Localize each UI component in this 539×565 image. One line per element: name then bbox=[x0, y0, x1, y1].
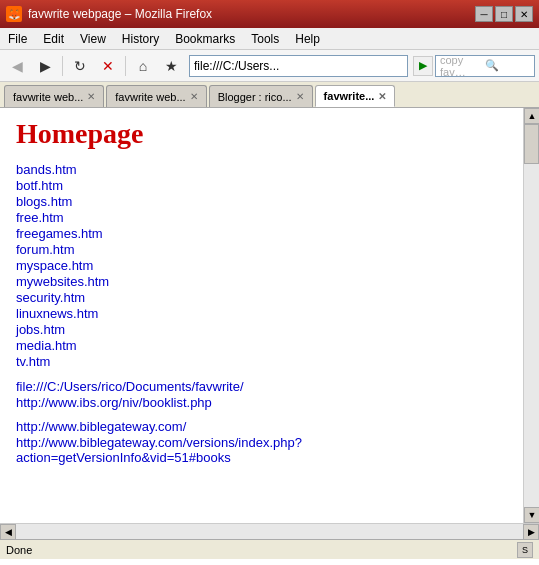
back-button[interactable]: ◀ bbox=[4, 53, 30, 79]
menu-tools[interactable]: Tools bbox=[243, 28, 287, 49]
tab-bar: favwrite web... ✕ favwrite web... ✕ Blog… bbox=[0, 82, 539, 108]
toolbar: ◀ ▶ ↻ ✕ ⌂ ★ file:///C:/Users... ▶ copy f… bbox=[0, 50, 539, 82]
scroll-right-button[interactable]: ▶ bbox=[523, 524, 539, 540]
menu-help[interactable]: Help bbox=[287, 28, 328, 49]
close-button[interactable]: ✕ bbox=[515, 6, 533, 22]
list-item: bands.htm bbox=[16, 162, 507, 177]
tab-label-1: favwrite web... bbox=[115, 91, 185, 103]
scroll-down-button[interactable]: ▼ bbox=[524, 507, 539, 523]
list-item: media.htm bbox=[16, 338, 507, 353]
scroll-track[interactable] bbox=[524, 124, 539, 507]
tab-close-2[interactable]: ✕ bbox=[296, 91, 304, 102]
forward-button[interactable]: ▶ bbox=[32, 53, 58, 79]
maximize-button[interactable]: □ bbox=[495, 6, 513, 22]
separator-2 bbox=[125, 56, 126, 76]
search-icon: 🔍 bbox=[485, 59, 530, 72]
list-item: freegames.htm bbox=[16, 226, 507, 241]
stop-button[interactable]: ✕ bbox=[95, 53, 121, 79]
list-item: linuxnews.htm bbox=[16, 306, 507, 321]
scroll-up-button[interactable]: ▲ bbox=[524, 108, 539, 124]
url-link[interactable]: http://www.biblegateway.com/versions/ind… bbox=[16, 435, 507, 465]
address-bar[interactable]: file:///C:/Users... bbox=[189, 55, 408, 77]
minimize-button[interactable]: ─ bbox=[475, 6, 493, 22]
tab-2[interactable]: Blogger : rico... ✕ bbox=[209, 85, 313, 107]
menu-file[interactable]: File bbox=[0, 28, 35, 49]
tab-label-2: Blogger : rico... bbox=[218, 91, 292, 103]
list-item: blogs.htm bbox=[16, 194, 507, 209]
links-list: bands.htmbotf.htmblogs.htmfree.htmfreega… bbox=[16, 162, 507, 369]
horizontal-scrollbar[interactable]: ◀ ▶ bbox=[0, 523, 539, 539]
page-link[interactable]: bands.htm bbox=[16, 162, 77, 177]
browser-area: Homepage bands.htmbotf.htmblogs.htmfree.… bbox=[0, 108, 539, 523]
page-link[interactable]: tv.htm bbox=[16, 354, 50, 369]
search-bar[interactable]: copy fav… 🔍 bbox=[435, 55, 535, 77]
scroll-thumb[interactable] bbox=[524, 124, 539, 164]
menu-bookmarks[interactable]: Bookmarks bbox=[167, 28, 243, 49]
list-item: security.htm bbox=[16, 290, 507, 305]
tab-label-3: favwrite... bbox=[324, 90, 375, 102]
window-controls: ─ □ ✕ bbox=[475, 6, 533, 22]
list-item: botf.htm bbox=[16, 178, 507, 193]
tab-1[interactable]: favwrite web... ✕ bbox=[106, 85, 206, 107]
list-item: tv.htm bbox=[16, 354, 507, 369]
page-link[interactable]: botf.htm bbox=[16, 178, 63, 193]
list-item: mywebsites.htm bbox=[16, 274, 507, 289]
page-link[interactable]: blogs.htm bbox=[16, 194, 72, 209]
tab-close-1[interactable]: ✕ bbox=[190, 91, 198, 102]
home-button[interactable]: ⌂ bbox=[130, 53, 156, 79]
page-link[interactable]: mywebsites.htm bbox=[16, 274, 109, 289]
separator-1 bbox=[62, 56, 63, 76]
page-link[interactable]: media.htm bbox=[16, 338, 77, 353]
page-link[interactable]: security.htm bbox=[16, 290, 85, 305]
page-link[interactable]: free.htm bbox=[16, 210, 64, 225]
list-item: myspace.htm bbox=[16, 258, 507, 273]
list-item: jobs.htm bbox=[16, 322, 507, 337]
scroll-left-button[interactable]: ◀ bbox=[0, 524, 16, 540]
security-icon: S bbox=[517, 542, 533, 558]
search-placeholder-text: copy fav… bbox=[440, 54, 485, 78]
page-content: Homepage bands.htmbotf.htmblogs.htmfree.… bbox=[0, 108, 523, 523]
menu-view[interactable]: View bbox=[72, 28, 114, 49]
list-item: free.htm bbox=[16, 210, 507, 225]
tab-3[interactable]: favwrite... ✕ bbox=[315, 85, 396, 107]
tab-close-0[interactable]: ✕ bbox=[87, 91, 95, 102]
menu-history[interactable]: History bbox=[114, 28, 167, 49]
page-link[interactable]: freegames.htm bbox=[16, 226, 103, 241]
menubar: File Edit View History Bookmarks Tools H… bbox=[0, 28, 539, 50]
window-title: favwrite webpage – Mozilla Firefox bbox=[28, 7, 475, 21]
url-link[interactable]: http://www.ibs.org/niv/booklist.php bbox=[16, 395, 507, 410]
go-button[interactable]: ▶ bbox=[413, 56, 433, 76]
url-section: file:///C:/Users/rico/Documents/favwrite… bbox=[16, 379, 507, 465]
status-text: Done bbox=[6, 544, 517, 556]
tab-0[interactable]: favwrite web... ✕ bbox=[4, 85, 104, 107]
refresh-button[interactable]: ↻ bbox=[67, 53, 93, 79]
page-link[interactable]: jobs.htm bbox=[16, 322, 65, 337]
page-heading: Homepage bbox=[16, 118, 507, 150]
url-link[interactable]: file:///C:/Users/rico/Documents/favwrite… bbox=[16, 379, 507, 394]
address-text: file:///C:/Users... bbox=[194, 59, 403, 73]
bookmark-button[interactable]: ★ bbox=[158, 53, 184, 79]
list-item: forum.htm bbox=[16, 242, 507, 257]
menu-edit[interactable]: Edit bbox=[35, 28, 72, 49]
statusbar: Done S bbox=[0, 539, 539, 559]
page-link[interactable]: linuxnews.htm bbox=[16, 306, 98, 321]
url-link[interactable]: http://www.biblegateway.com/ bbox=[16, 419, 507, 434]
tab-label-0: favwrite web... bbox=[13, 91, 83, 103]
h-scroll-track[interactable] bbox=[16, 524, 523, 539]
titlebar: 🦊 favwrite webpage – Mozilla Firefox ─ □… bbox=[0, 0, 539, 28]
spacer bbox=[16, 411, 507, 419]
browser-icon: 🦊 bbox=[6, 6, 22, 22]
page-link[interactable]: myspace.htm bbox=[16, 258, 93, 273]
vertical-scrollbar[interactable]: ▲ ▼ bbox=[523, 108, 539, 523]
tab-close-3[interactable]: ✕ bbox=[378, 91, 386, 102]
page-link[interactable]: forum.htm bbox=[16, 242, 75, 257]
